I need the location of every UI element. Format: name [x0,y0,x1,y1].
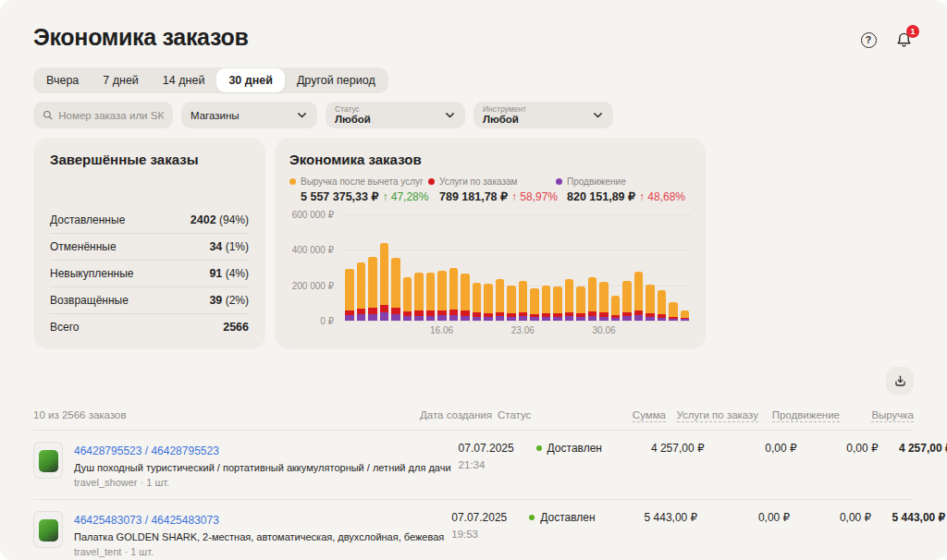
col-status: Статус [498,409,586,420]
chart-bar[interactable] [345,214,354,321]
status-dot-icon [529,515,535,520]
x-tick-label: 16.06 [430,325,453,335]
chart-bars [345,214,689,321]
chart-bar[interactable] [565,214,574,321]
promotion-dot-icon [556,178,562,185]
chart-bar[interactable] [611,214,621,321]
chart-bar[interactable] [634,214,644,321]
chart-bar[interactable] [461,214,470,321]
orders-economics-page: Экономика заказов ? 1 Вчера 7 дней 14 дн… [0,0,947,560]
chart-bar[interactable] [576,214,585,321]
chart-bar[interactable] [542,214,551,321]
chart-bar[interactable] [646,214,655,321]
col-revenue[interactable]: Выручка [871,409,914,422]
order-search [33,102,173,128]
help-icon: ? [861,32,877,48]
order-revenue: 4 257,00 ₽ [879,442,947,455]
product-thumbnail [33,511,63,548]
chart-bar[interactable] [530,214,539,321]
chart-bar[interactable] [391,214,400,321]
download-icon [893,374,907,388]
product-thumbnail [33,442,63,479]
orders-table: 10 из 2566 заказов Дата создания Статус … [33,404,914,560]
order-services: 0,00 ₽ [705,442,797,455]
tab-custom-period[interactable]: Другой период [285,68,387,92]
chart-y-axis: 600 000 ₽ 400 000 ₽ 200 000 ₽ 0 ₽ [289,214,343,321]
chart-bar[interactable] [437,214,447,321]
chart-bar[interactable] [553,214,562,321]
filters-bar: Магазины Статус Любой Инструмент Любой [33,102,914,128]
chart-bar[interactable] [403,214,412,321]
chart-bar[interactable] [449,214,459,321]
legend-item-promotion: Продвижение 820 151,89 ₽↑ 48,68% [556,177,685,203]
stat-returned: Возвращённые 39 (2%) [50,286,249,313]
orders-count-summary: 10 из 2566 заказов [33,409,420,420]
product-sku: travel_shower · 1 шт. [74,477,451,488]
order-promotion: 0,00 ₽ [790,511,871,524]
revenue-dot-icon [289,178,296,185]
services-dot-icon [428,178,435,185]
stat-delivered: Доставленные 2402 (94%) [50,207,249,233]
product-title: Душ походный туристический / портативный… [74,462,451,473]
chart-bar[interactable] [588,214,597,321]
tab-7-days[interactable]: 7 дней [91,68,151,92]
chart-bar[interactable] [519,214,528,321]
download-report-button[interactable] [886,367,914,395]
status-select[interactable]: Статус Любой [326,102,465,128]
services-trend: ↑ 58,97% [511,190,558,203]
chart-bar[interactable] [473,214,482,321]
help-button[interactable]: ? [858,30,879,50]
order-link[interactable]: 46425483073 / 46425483073 [74,514,219,527]
order-promotion: 0,00 ₽ [797,442,879,455]
period-tabs: Вчера 7 дней 14 дней 30 дней Другой пери… [33,67,388,93]
order-date: 07.07.2025 21:34 [459,442,536,470]
chart-bar[interactable] [357,214,366,321]
product-title: Палатка GOLDEN SHARK, 2-местная, автомат… [74,531,444,542]
legend-item-revenue: Выручка после вычета услуг 5 557 375,33 … [289,177,419,203]
table-header: 10 из 2566 заказов Дата создания Статус … [33,404,914,431]
search-input[interactable] [58,110,164,121]
tab-14-days[interactable]: 14 дней [151,68,217,92]
chevron-down-icon [444,109,456,121]
chevron-down-icon [296,109,308,121]
chart-bar[interactable] [599,214,609,321]
tab-yesterday[interactable]: Вчера [34,68,91,92]
col-created-date: Дата создания [420,409,498,420]
chart-plot-area [343,214,691,321]
chart-bar[interactable] [669,214,678,321]
search-icon [43,109,53,121]
order-date: 07.07.2025 19:53 [451,511,529,540]
chart-bar[interactable] [380,214,389,321]
tab-30-days[interactable]: 30 дней [216,68,285,92]
completed-orders-stats: Доставленные 2402 (94%) Отменённые 34 (1… [50,207,249,340]
chart-bar[interactable] [414,214,424,321]
x-tick-label: 23.06 [511,325,535,335]
chart-bar[interactable] [507,214,516,321]
orders-economics-chart: 600 000 ₽ 400 000 ₽ 200 000 ₽ 0 ₽ [289,214,691,337]
stat-cancelled: Отменённые 34 (1%) [50,233,249,260]
order-sum: 5 443,00 ₽ [618,511,697,524]
stat-total: Всего 2566 [50,313,249,340]
chart-bar[interactable] [496,214,505,321]
tool-select[interactable]: Инструмент Любой [474,102,613,128]
chart-bar[interactable] [426,214,436,321]
completed-orders-title: Завершённые заказы [50,152,249,167]
notifications-button[interactable]: 1 [893,30,914,50]
revenue-trend: ↑ 47,28% [382,190,428,203]
chart-bar[interactable] [658,214,667,321]
order-status: Доставлен [529,511,618,524]
col-sum[interactable]: Сумма [633,409,666,422]
chart-bar[interactable] [681,214,690,321]
col-order-services[interactable]: Услуги по заказу [677,409,759,422]
page-title: Экономика заказов [33,24,249,51]
economics-card: Экономика заказов Выручка после вычета у… [275,138,706,349]
order-link[interactable]: 46428795523 / 46428795523 [74,444,219,457]
shops-select[interactable]: Магазины [181,102,317,128]
col-promotion[interactable]: Продвижение [772,409,840,422]
order-sum: 4 257,00 ₽ [625,442,705,455]
chart-bar[interactable] [622,214,632,321]
table-row: 46425483073 / 46425483073 Палатка GOLDEN… [33,500,914,560]
order-status: Доставлен [536,442,625,455]
chart-bar[interactable] [484,214,493,321]
chart-bar[interactable] [368,214,377,321]
